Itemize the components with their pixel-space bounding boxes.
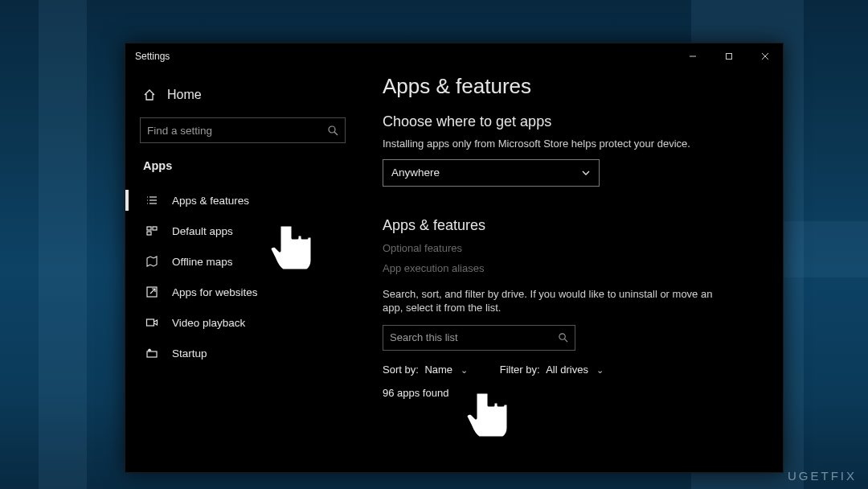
sidebar-item-label: Default apps bbox=[172, 225, 233, 237]
filter-by-dropdown[interactable]: Filter by: All drives ⌄ bbox=[500, 364, 604, 376]
search-icon bbox=[558, 332, 568, 343]
sidebar-item-label: Apps for websites bbox=[172, 286, 258, 298]
watermark: UGETFIX bbox=[788, 469, 857, 483]
svg-line-19 bbox=[564, 339, 567, 342]
apps-found-count: 96 apps found bbox=[383, 387, 760, 399]
choose-heading: Choose where to get apps bbox=[383, 113, 760, 130]
chevron-down-icon: ⌄ bbox=[596, 365, 604, 375]
app-source-dropdown[interactable]: Anywhere bbox=[383, 159, 600, 187]
sidebar-item-label: Offline maps bbox=[172, 256, 233, 268]
apps-section-heading: Apps & features bbox=[383, 217, 760, 234]
svg-point-18 bbox=[559, 334, 565, 339]
app-source-value: Anywhere bbox=[391, 166, 440, 179]
svg-rect-1 bbox=[726, 54, 731, 60]
svg-rect-12 bbox=[147, 227, 151, 230]
search-icon bbox=[327, 125, 338, 136]
home-icon bbox=[143, 88, 156, 101]
sidebar-item-video-playback[interactable]: Video playback bbox=[140, 307, 346, 338]
startup-icon bbox=[145, 347, 159, 360]
defaults-icon bbox=[145, 224, 159, 237]
sidebar-item-apps-features[interactable]: Apps & features bbox=[140, 185, 346, 216]
search-list-input[interactable]: Search this list bbox=[383, 325, 575, 351]
optional-features-link[interactable]: Optional features bbox=[383, 242, 760, 254]
sidebar-item-startup[interactable]: Startup bbox=[140, 338, 346, 368]
window-controls bbox=[674, 43, 783, 69]
sidebar: Home Find a setting Apps Apps & features bbox=[125, 69, 358, 472]
sort-by-dropdown[interactable]: Sort by: Name ⌄ bbox=[383, 364, 468, 376]
sidebar-nav: Apps & features Default apps Offline map… bbox=[140, 185, 346, 368]
filter-value: All drives bbox=[546, 364, 588, 376]
list-icon bbox=[145, 194, 159, 207]
maximize-button[interactable] bbox=[710, 43, 747, 69]
sidebar-section-title: Apps bbox=[140, 159, 346, 172]
list-filters: Sort by: Name ⌄ Filter by: All drives ⌄ bbox=[383, 364, 760, 376]
sidebar-item-offline-maps[interactable]: Offline maps bbox=[140, 246, 346, 277]
home-nav[interactable]: Home bbox=[140, 77, 346, 113]
svg-rect-16 bbox=[147, 319, 154, 326]
sidebar-item-label: Apps & features bbox=[172, 195, 249, 207]
svg-rect-14 bbox=[147, 232, 151, 235]
open-icon bbox=[145, 286, 159, 298]
svg-rect-17 bbox=[147, 351, 157, 357]
search-list-placeholder: Search this list bbox=[390, 331, 458, 343]
chevron-down-icon: ⌄ bbox=[461, 365, 468, 375]
sidebar-item-label: Startup bbox=[172, 347, 207, 360]
svg-line-5 bbox=[334, 132, 338, 135]
video-icon bbox=[145, 316, 159, 329]
window-title: Settings bbox=[135, 51, 170, 62]
app-execution-aliases-link[interactable]: App execution aliases bbox=[383, 262, 760, 274]
svg-rect-13 bbox=[153, 227, 157, 230]
sort-label: Sort by: bbox=[383, 364, 419, 376]
find-setting-placeholder: Find a setting bbox=[147, 125, 212, 137]
chevron-down-icon bbox=[581, 168, 591, 178]
filter-label: Filter by: bbox=[500, 364, 540, 376]
page-title: Apps & features bbox=[383, 74, 760, 99]
home-label: Home bbox=[167, 88, 202, 102]
titlebar: Settings bbox=[125, 43, 783, 69]
choose-help: Installing apps only from Microsoft Stor… bbox=[383, 137, 760, 151]
map-icon bbox=[145, 255, 159, 268]
close-button[interactable] bbox=[747, 43, 783, 69]
svg-point-4 bbox=[329, 126, 335, 133]
sidebar-item-default-apps[interactable]: Default apps bbox=[140, 216, 346, 246]
find-setting-input[interactable]: Find a setting bbox=[140, 117, 346, 143]
minimize-button[interactable] bbox=[674, 43, 710, 69]
settings-window: Settings Home Find a setting bbox=[125, 43, 784, 473]
sort-value: Name bbox=[424, 364, 452, 376]
sidebar-item-label: Video playback bbox=[172, 317, 245, 329]
main-content: Apps & features Choose where to get apps… bbox=[358, 69, 783, 472]
sidebar-item-apps-for-websites[interactable]: Apps for websites bbox=[140, 277, 346, 307]
list-help: Search, sort, and filter by drive. If yo… bbox=[383, 287, 728, 315]
